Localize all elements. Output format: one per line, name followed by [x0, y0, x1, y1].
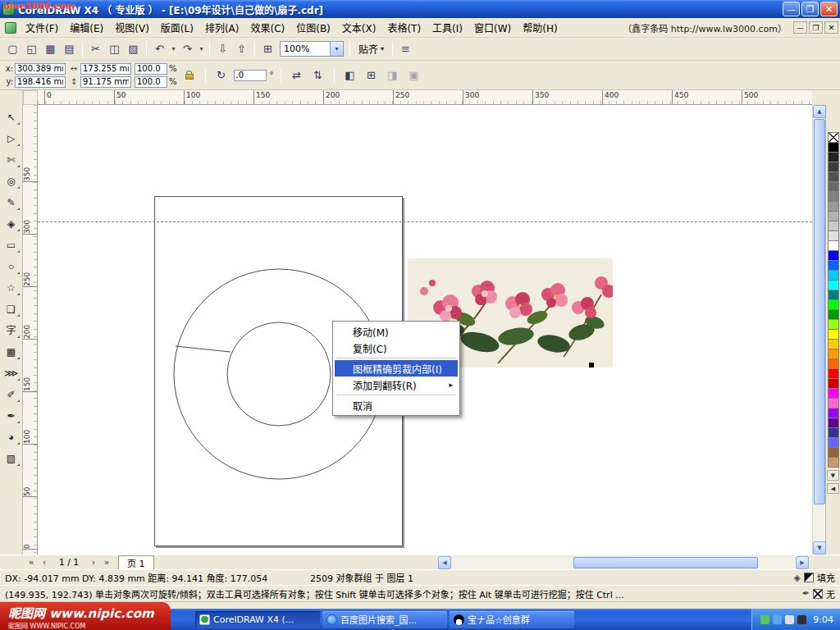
tray-icon-3[interactable] — [785, 615, 794, 624]
smart-fill-tool[interactable]: ◈ — [2, 214, 21, 233]
taskbar-button-coreldraw[interactable]: CorelDRAW X4 (... — [195, 611, 320, 628]
zoom-tool[interactable]: ◎ — [2, 171, 21, 190]
chevron-down-icon[interactable]: ▾ — [330, 42, 343, 56]
vertical-ruler[interactable]: 350 300 250 200 150 100 50 0 — [23, 105, 38, 555]
mdi-restore-button[interactable]: ❐ — [809, 21, 823, 34]
paste-button[interactable]: ▨ — [124, 40, 143, 58]
mirror-vertical-button[interactable]: ⇅ — [309, 66, 327, 85]
outline-pen-tool[interactable]: ✒ — [2, 406, 21, 425]
palette-scroll-down-button[interactable]: ▼ — [827, 470, 839, 481]
menu-item-move[interactable]: 移动(M) — [335, 323, 458, 340]
close-button[interactable]: ✕ — [820, 2, 838, 16]
copy-button[interactable]: ◫ — [105, 40, 124, 58]
menu-item[interactable]: 编辑(E) — [64, 18, 109, 37]
next-page-button[interactable]: › — [87, 556, 100, 569]
taskbar-button-qq[interactable]: 宝ナ品☆创意群 — [450, 611, 574, 628]
selection-handle[interactable] — [589, 363, 594, 368]
mdi-close-button[interactable]: ✕ — [824, 21, 838, 34]
snap-dropdown[interactable]: 贴齐 ▾ — [354, 39, 389, 58]
undo-button[interactable]: ↶ — [150, 40, 169, 58]
lock-ratio-button[interactable] — [180, 66, 199, 85]
blend-tool[interactable]: ⋙ — [2, 363, 21, 382]
scroll-down-button[interactable]: ▼ — [813, 541, 826, 555]
new-button[interactable]: ▢ — [3, 40, 22, 58]
pick-tool[interactable]: ↖ — [2, 107, 21, 126]
ellipse-tool[interactable]: ○ — [2, 257, 21, 276]
tray-icon-4[interactable] — [797, 615, 806, 624]
zoom-level-combo[interactable]: 100% ▾ — [280, 41, 344, 57]
interactive-fill-tool[interactable]: ▧ — [2, 449, 21, 468]
scale-x-field[interactable] — [135, 63, 167, 75]
scroll-right-button[interactable]: ▶ — [796, 556, 809, 569]
ruler-origin[interactable] — [23, 90, 38, 105]
mdi-minimize-button[interactable]: — — [793, 21, 807, 34]
shape-tool[interactable]: ▷ — [2, 129, 21, 148]
crop-tool[interactable]: ✄ — [2, 150, 21, 169]
redo-button[interactable]: ↷ — [178, 40, 197, 58]
polygon-tool[interactable]: ☆ — [2, 278, 21, 297]
save-button[interactable]: ▦ — [41, 40, 60, 58]
menu-item[interactable]: 表格(T) — [381, 18, 427, 37]
y-position-field[interactable] — [15, 76, 66, 88]
menu-item[interactable]: 文本(X) — [336, 18, 382, 37]
drawing-canvas[interactable]: 移动(M) 复制(C) 图框精确剪裁内部(I) 添加到翻转(R) ▸ 取消 — [38, 105, 812, 555]
print-button[interactable]: ▤ — [60, 40, 79, 58]
menu-item[interactable]: 效果(C) — [244, 18, 290, 37]
horizontal-scroll-thumb[interactable] — [573, 557, 758, 568]
last-page-button[interactable]: » — [100, 556, 113, 569]
redo-dropdown[interactable]: ▾ — [197, 40, 206, 58]
menu-item-powerclip-inside[interactable]: 图框精确剪裁内部(I) — [335, 360, 458, 377]
color-swatch[interactable] — [828, 457, 839, 468]
horizontal-scrollbar[interactable]: ◀ ▶ — [438, 556, 809, 569]
weld-button[interactable]: ▣ — [405, 66, 423, 85]
menu-item[interactable]: 帮助(H) — [517, 18, 563, 37]
horizontal-ruler[interactable]: 0 50 100 150 200 250 300 350 400 450 500 — [38, 90, 812, 105]
x-position-field[interactable] — [15, 63, 66, 75]
scroll-left-button[interactable]: ◀ — [438, 556, 451, 569]
menu-item-copy[interactable]: 复制(C) — [335, 340, 458, 356]
scale-y-field[interactable] — [135, 76, 167, 88]
basic-shapes-tool[interactable]: ❑ — [2, 299, 21, 318]
open-button[interactable]: ◱ — [22, 40, 41, 58]
menu-item-add-rollover[interactable]: 添加到翻转(R) ▸ — [335, 377, 458, 393]
taskbar-button-browser[interactable]: 百度图片搜索_国... — [322, 611, 447, 628]
menu-item[interactable]: 工具(I) — [427, 18, 468, 37]
page-tab[interactable]: 页 1 — [118, 555, 154, 569]
rotate-button[interactable]: ↻ — [212, 66, 231, 85]
freehand-tool[interactable]: ✎ — [2, 193, 21, 212]
palette-flyout-button[interactable]: ◀ — [827, 483, 839, 494]
cut-button[interactable]: ✂ — [86, 40, 105, 58]
minimize-button[interactable]: — — [783, 2, 800, 16]
combine-button[interactable]: ◧ — [341, 66, 359, 85]
tray-icon-2[interactable] — [773, 615, 782, 624]
import-button[interactable]: ⇩ — [213, 40, 232, 58]
mirror-horizontal-button[interactable]: ⇄ — [288, 66, 306, 85]
menu-item[interactable]: 版面(L) — [155, 18, 199, 37]
rectangle-tool[interactable]: ▭ — [2, 235, 21, 254]
fill-tool[interactable]: ◕ — [2, 427, 21, 446]
previous-page-button[interactable]: ‹ — [38, 556, 51, 569]
undo-dropdown[interactable]: ▾ — [169, 40, 178, 58]
menu-item[interactable]: 位图(B) — [290, 18, 336, 37]
options-button[interactable]: ≡ — [396, 40, 415, 58]
object-width-field[interactable] — [80, 63, 131, 75]
rotation-angle-field[interactable] — [234, 70, 267, 81]
vertical-scroll-thumb[interactable] — [814, 119, 825, 504]
restore-button[interactable]: ❐ — [801, 2, 819, 16]
eyedropper-tool[interactable]: ✐ — [2, 385, 21, 404]
first-page-button[interactable]: « — [25, 556, 38, 569]
ungroup-button[interactable]: ◨ — [384, 66, 402, 85]
menu-item[interactable]: 文件(F) — [20, 18, 64, 37]
menu-item-cancel[interactable]: 取消 — [335, 397, 458, 413]
scroll-up-button[interactable]: ▲ — [813, 105, 826, 118]
app-launcher-button[interactable]: ⊞ — [258, 40, 277, 58]
vertical-scrollbar[interactable]: ▲ ▼ — [812, 105, 825, 555]
menu-item[interactable]: 窗口(W) — [468, 18, 517, 37]
menu-item[interactable]: 排列(A) — [199, 18, 245, 37]
group-button[interactable]: ⊞ — [363, 66, 381, 85]
tray-icon-1[interactable] — [760, 615, 769, 624]
table-tool[interactable]: ▦ — [2, 342, 21, 361]
text-tool[interactable]: 字 — [2, 321, 21, 340]
object-height-field[interactable] — [80, 76, 131, 88]
menu-item[interactable]: 视图(V) — [109, 18, 155, 37]
